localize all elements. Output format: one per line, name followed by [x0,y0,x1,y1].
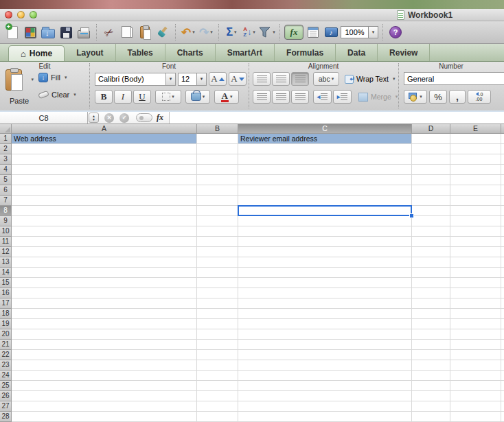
align-middle-button[interactable] [272,72,290,86]
tab-review[interactable]: Review [378,44,430,61]
cell-C6[interactable] [238,185,412,196]
cell-C4[interactable] [238,165,412,175]
cell-A17[interactable] [12,298,197,309]
cell-E26[interactable] [450,391,501,401]
cell-B5[interactable] [197,175,238,185]
paste-dropdown-arrow[interactable]: ▾ [31,77,34,82]
column-header-D[interactable]: D [412,124,450,134]
row-header-4[interactable]: 4 [0,165,12,175]
number-format-select[interactable]: General [404,72,504,85]
cell-C2[interactable] [238,144,412,154]
cell-E12[interactable] [450,247,501,257]
wrap-text-dropdown-arrow[interactable]: ▾ [393,76,396,82]
cell-C22[interactable] [238,350,412,360]
cell-B21[interactable] [197,340,238,350]
cell-D12[interactable] [412,247,450,257]
cell-B24[interactable] [197,371,238,381]
font-size-select[interactable]: 12 ▾ [178,73,207,86]
column-header-E[interactable]: E [450,124,501,134]
cell-F9[interactable] [501,216,504,226]
format-painter-button[interactable] [154,23,171,41]
zoom-value[interactable]: 100% [341,26,369,38]
cell-E28[interactable] [450,412,501,422]
tab-home[interactable]: ⌂Home [8,45,65,61]
cell-F2[interactable] [501,144,504,154]
row-header-23[interactable]: 23 [0,360,12,371]
cell-D10[interactable] [412,226,450,237]
cell-D28[interactable] [412,412,450,422]
cell-B26[interactable] [197,391,238,401]
cell-B27[interactable] [197,401,238,412]
italic-button[interactable]: I [114,90,132,104]
cell-C11[interactable] [238,237,412,247]
cell-F25[interactable] [501,381,504,391]
cell-B12[interactable] [197,247,238,257]
cell-D4[interactable] [412,165,450,175]
cell-D13[interactable] [412,257,450,268]
cell-D9[interactable] [412,216,450,226]
cell-A6[interactable] [12,185,197,196]
save-button[interactable] [58,23,74,41]
cell-E24[interactable] [450,371,501,381]
cell-F23[interactable] [501,360,504,371]
cell-D7[interactable] [412,196,450,206]
cell-D22[interactable] [412,350,450,360]
cell-F16[interactable] [501,288,504,298]
paste-button[interactable]: ▾ Paste [3,69,35,105]
cell-F13[interactable] [501,257,504,268]
column-header-A[interactable]: A [12,124,197,134]
merge-dropdown-arrow[interactable]: ▾ [396,94,398,99]
tab-charts[interactable]: Charts [165,44,216,61]
cell-D1[interactable] [412,134,450,144]
cell-E3[interactable] [450,154,501,165]
tab-data[interactable]: Data [336,44,378,61]
row-header-1[interactable]: 1 [0,134,12,144]
name-box[interactable]: C8 [0,112,88,124]
row-header-10[interactable]: 10 [0,226,12,237]
cell-A21[interactable] [12,340,197,350]
zoom-window-button[interactable] [30,11,37,19]
fill-button[interactable]: ↓ Fill ▾ [38,73,67,82]
cell-B17[interactable] [197,298,238,309]
cell-B28[interactable] [197,412,238,422]
cell-B7[interactable] [197,196,238,206]
template-gallery-button[interactable] [22,23,38,41]
cell-F24[interactable] [501,371,504,381]
comma-format-button[interactable]: , [449,90,466,104]
cell-F3[interactable] [501,154,504,165]
cell-D6[interactable] [412,185,450,196]
cell-B22[interactable] [197,350,238,360]
fill-color-dropdown-arrow[interactable]: ▾ [203,94,205,99]
row-header-5[interactable]: 5 [0,175,12,185]
bold-button[interactable]: B [95,90,113,104]
cell-A5[interactable] [12,175,197,185]
cell-D3[interactable] [412,154,450,165]
cell-E4[interactable] [450,165,501,175]
cell-C13[interactable] [238,257,412,268]
row-header-24[interactable]: 24 [0,371,12,381]
cell-C25[interactable] [238,381,412,391]
cell-F4[interactable] [501,165,504,175]
increase-decimal-button[interactable]: .0 .00 [468,90,491,104]
cell-F10[interactable] [501,226,504,237]
cell-E22[interactable] [450,350,501,360]
row-header-3[interactable]: 3 [0,154,12,165]
cell-F5[interactable] [501,175,504,185]
cell-B25[interactable] [197,381,238,391]
cell-D5[interactable] [412,175,450,185]
cell-D15[interactable] [412,278,450,288]
row-header-13[interactable]: 13 [0,257,12,268]
cell-A24[interactable] [12,371,197,381]
autosum-button[interactable]: Σ▾ [223,23,240,41]
row-header-2[interactable]: 2 [0,144,12,154]
row-header-25[interactable]: 25 [0,381,12,391]
cell-A2[interactable] [12,144,197,154]
merge-button[interactable]: Merge ▾ [358,93,398,102]
redo-button[interactable]: ↷▾ [198,23,214,41]
cell-C28[interactable] [238,412,412,422]
row-header-27[interactable]: 27 [0,401,12,412]
cell-E5[interactable] [450,175,501,185]
cell-A26[interactable] [12,391,197,401]
underline-button[interactable]: U [133,90,151,104]
cell-D14[interactable] [412,268,450,278]
